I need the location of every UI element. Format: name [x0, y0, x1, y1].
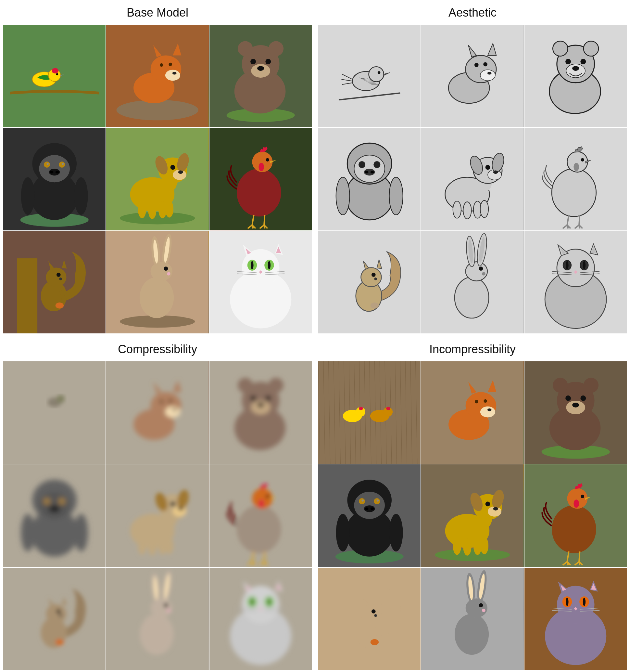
svg-point-285 — [389, 514, 403, 552]
svg-point-73 — [167, 272, 171, 275]
svg-point-139 — [455, 277, 489, 318]
svg-point-80 — [251, 261, 253, 269]
svg-point-163 — [172, 408, 177, 411]
svg-point-314 — [466, 598, 487, 617]
cell-chicken-sketch — [525, 128, 627, 230]
svg-point-27 — [39, 155, 70, 182]
svg-point-310 — [374, 614, 377, 617]
svg-point-41 — [148, 202, 156, 219]
svg-point-30 — [46, 163, 48, 165]
image-bird-comp — [3, 361, 105, 464]
svg-point-298 — [485, 502, 490, 507]
image-hare-incomp — [421, 568, 524, 670]
image-fox-incomp — [421, 361, 524, 464]
svg-point-135 — [372, 273, 376, 277]
svg-point-124 — [485, 165, 490, 170]
svg-point-118 — [480, 200, 488, 218]
cell-squirrel-sketch — [318, 231, 421, 333]
svg-point-136 — [374, 278, 377, 280]
svg-point-66 — [140, 277, 174, 318]
image-dog — [106, 128, 208, 230]
cell-dog-sketch — [421, 128, 524, 230]
svg-rect-58 — [17, 258, 37, 333]
svg-point-156 — [56, 395, 65, 403]
image-bird-sketch — [318, 25, 421, 127]
image-bear-comp — [209, 361, 312, 464]
svg-point-145 — [479, 266, 483, 271]
svg-point-267 — [584, 378, 599, 392]
svg-point-72 — [164, 266, 168, 271]
svg-point-56 — [266, 158, 269, 162]
image-gorilla-incomp — [318, 464, 421, 567]
svg-point-84 — [369, 67, 384, 81]
image-fox-comp — [106, 361, 208, 464]
svg-point-134 — [361, 267, 381, 287]
svg-point-261 — [487, 408, 492, 411]
svg-point-10 — [160, 63, 163, 67]
title-base-model: Base Model — [127, 3, 188, 22]
image-cat-sketch — [525, 231, 627, 333]
cell-goldfinch — [3, 25, 105, 127]
image-fox — [106, 25, 208, 127]
svg-point-115 — [453, 201, 461, 218]
svg-point-327 — [583, 598, 585, 606]
image-cat — [209, 231, 312, 333]
svg-point-271 — [572, 403, 579, 407]
svg-point-67 — [151, 262, 172, 281]
svg-point-137 — [371, 302, 379, 308]
svg-point-161 — [160, 400, 163, 404]
svg-point-107 — [374, 161, 380, 168]
svg-point-21 — [265, 59, 271, 64]
svg-point-146 — [482, 272, 485, 275]
svg-point-225 — [251, 598, 253, 606]
svg-point-106 — [358, 161, 366, 168]
cell-gorilla-comp — [3, 464, 105, 567]
title-incompressibility: Incompressibility — [429, 340, 516, 359]
grid-incompressibility — [318, 361, 627, 670]
image-bear-incomp — [525, 361, 627, 464]
svg-point-226 — [268, 598, 270, 606]
svg-point-34 — [55, 171, 59, 173]
quadrant-aesthetic: Aesthetic — [315, 0, 630, 337]
cell-gorilla — [3, 128, 105, 230]
svg-point-38 — [120, 212, 195, 224]
svg-point-219 — [167, 609, 171, 612]
svg-point-85 — [378, 71, 380, 74]
image-hare-comp — [106, 568, 208, 670]
svg-point-62 — [59, 278, 62, 280]
cell-dog — [106, 128, 208, 230]
svg-point-180 — [62, 500, 64, 502]
cell-bird-sketch — [318, 25, 421, 127]
svg-point-92 — [487, 72, 492, 74]
svg-point-319 — [479, 603, 483, 607]
cell-bear — [209, 25, 312, 127]
cell-squirrel — [3, 231, 105, 333]
cell-cat-comp — [209, 568, 312, 670]
svg-point-251 — [359, 407, 363, 410]
svg-point-299 — [493, 507, 498, 511]
image-bird-incomp — [318, 361, 421, 464]
cell-chicken-comp — [209, 464, 312, 567]
svg-point-20 — [250, 59, 256, 64]
svg-point-99 — [565, 59, 571, 64]
cell-cat-incomp — [525, 568, 627, 670]
main-container: Base ModelAestheticCompressibilityIncomp… — [0, 0, 630, 672]
svg-point-279 — [361, 500, 363, 502]
cell-cat — [209, 231, 312, 333]
svg-rect-228 — [318, 361, 421, 464]
svg-point-305 — [581, 495, 584, 499]
image-squirrel — [3, 231, 105, 333]
svg-point-109 — [365, 171, 369, 173]
image-squirrel-incomp — [318, 568, 421, 670]
svg-point-40 — [138, 201, 146, 218]
svg-point-266 — [553, 378, 568, 392]
svg-point-287 — [435, 549, 510, 561]
svg-point-125 — [493, 171, 498, 174]
cell-gorilla-sketch — [318, 128, 421, 230]
svg-point-304 — [574, 500, 579, 508]
svg-point-100 — [580, 59, 586, 64]
svg-point-3 — [52, 68, 58, 73]
svg-point-188 — [138, 538, 146, 555]
svg-point-89 — [480, 70, 495, 81]
svg-point-112 — [389, 177, 403, 215]
